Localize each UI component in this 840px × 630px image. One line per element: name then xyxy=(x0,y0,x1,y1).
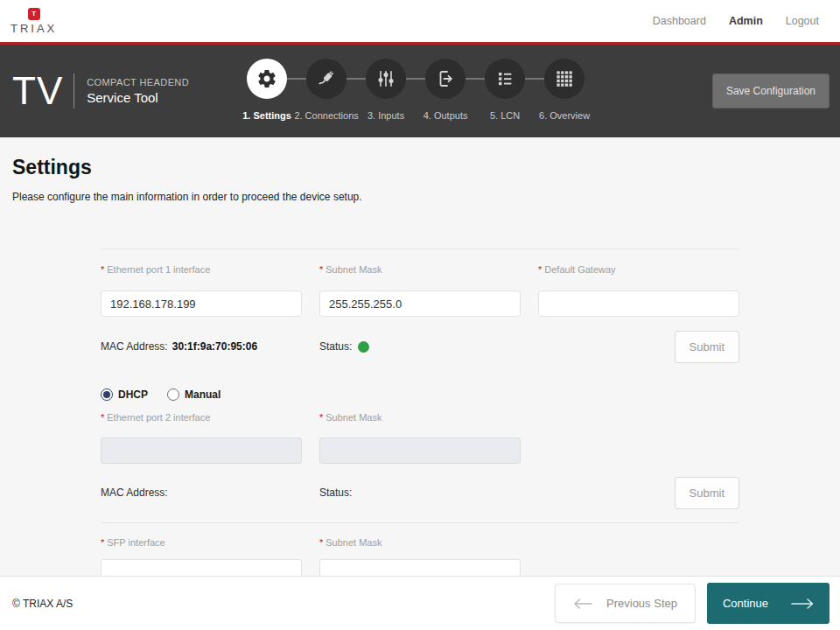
step-label-lcn: 5. LCN xyxy=(490,110,520,121)
list-icon xyxy=(494,68,515,89)
triax-logo-icon: T xyxy=(28,8,40,20)
eth2-info-row: MAC Address: Status: Submit xyxy=(101,476,739,509)
status-green-dot xyxy=(358,341,369,353)
step-inputs[interactable]: 3. Inputs xyxy=(366,59,406,121)
eth1-submit-button[interactable]: Submit xyxy=(675,331,739,363)
step-circle xyxy=(544,59,584,99)
dhcp-radio[interactable] xyxy=(101,388,113,401)
required-marker: * xyxy=(101,412,104,423)
brand-separator xyxy=(74,74,74,108)
step-settings[interactable]: 1. Settings xyxy=(247,59,287,121)
brand-line2: Service Tool xyxy=(87,90,189,105)
continue-button[interactable]: Continue xyxy=(707,583,830,624)
step-connector xyxy=(525,78,544,80)
dhcp-radio-option[interactable]: DHCP xyxy=(101,388,148,401)
top-bar: T TRIAX Dashboard Admin Logout xyxy=(0,0,840,42)
save-configuration-button[interactable]: Save Configuration xyxy=(712,74,830,108)
subnet-mask-1-label: *Subnet Mask xyxy=(319,249,521,275)
manual-radio[interactable] xyxy=(167,388,179,401)
sfp-input-row xyxy=(101,559,739,576)
eth2-label-row: *Ethernet port 2 interface *Subnet Mask xyxy=(101,401,739,423)
manual-radio-label: Manual xyxy=(185,388,220,401)
triax-logo[interactable]: T TRIAX xyxy=(10,8,57,35)
dhcp-radio-label: DHCP xyxy=(118,388,148,401)
step-connector xyxy=(466,78,485,80)
subnet-mask-3-input[interactable] xyxy=(319,559,521,576)
default-gateway-label: *Default Gateway xyxy=(538,249,739,275)
eth1-input-row xyxy=(101,290,739,317)
eth2-submit-button[interactable]: Submit xyxy=(675,477,739,509)
step-connector xyxy=(346,78,366,80)
page-subtitle: Please configure the main information in… xyxy=(12,191,840,203)
eth1-info-row: MAC Address:30:1f:9a:70:95:06 Status: Su… xyxy=(101,330,739,363)
main-content: Settings Please configure the main infor… xyxy=(0,137,840,576)
app-header: TV COMPACT HEADEND Service Tool 1. Setti… xyxy=(0,45,840,137)
sfp-label-row: *SFP interface *Subnet Mask xyxy=(101,523,739,548)
sfp-interface-input[interactable] xyxy=(101,559,302,576)
step-connections[interactable]: 2. Connections xyxy=(306,59,346,121)
step-label-overview: 6. Overview xyxy=(539,110,590,121)
settings-form: *Ethernet port 1 interface *Subnet Mask … xyxy=(101,248,739,576)
required-marker: * xyxy=(101,264,104,275)
step-connector xyxy=(406,78,425,80)
default-gateway-input[interactable] xyxy=(538,290,739,317)
status-1: Status: xyxy=(319,340,521,353)
plug-icon xyxy=(316,68,337,89)
copyright-text: © TRIAX A/S xyxy=(12,598,73,610)
page-title: Settings xyxy=(12,156,840,179)
ethernet-port-1-input[interactable] xyxy=(101,290,302,317)
wizard-steps: 1. Settings 2. Connections xyxy=(247,59,584,121)
manual-radio-option[interactable]: Manual xyxy=(167,388,220,401)
step-connector xyxy=(287,78,306,80)
brand-block: TV COMPACT HEADEND Service Tool xyxy=(12,72,189,110)
step-label-inputs: 3. Inputs xyxy=(368,110,404,121)
subnet-mask-2-label: *Subnet Mask xyxy=(319,401,521,423)
step-circle xyxy=(485,59,525,99)
triax-logo-text: TRIAX xyxy=(10,22,57,35)
step-circle xyxy=(306,59,346,99)
top-navigation: Dashboard Admin Logout xyxy=(653,15,819,27)
status-2: Status: xyxy=(319,486,521,499)
ethernet-port-2-input xyxy=(101,438,302,464)
footer-bar: © TRIAX A/S Previous Step Continue xyxy=(0,576,840,630)
step-label-settings: 1. Settings xyxy=(242,110,291,121)
previous-step-button[interactable]: Previous Step xyxy=(555,584,696,623)
sfp-interface-label: *SFP interface xyxy=(101,523,302,548)
ethernet-port-1-label: *Ethernet port 1 interface xyxy=(101,249,302,275)
required-marker: * xyxy=(319,537,323,548)
step-circle xyxy=(247,59,287,99)
step-label-connections: 2. Connections xyxy=(294,110,358,121)
step-outputs[interactable]: 4. Outputs xyxy=(425,59,466,121)
required-marker: * xyxy=(101,537,104,548)
arrow-left-icon xyxy=(573,598,592,609)
step-overview[interactable]: 6. Overview xyxy=(544,59,584,121)
gear-icon xyxy=(256,68,277,89)
step-label-outputs: 4. Outputs xyxy=(424,110,468,121)
output-icon xyxy=(435,68,456,89)
mac-address-1: MAC Address:30:1f:9a:70:95:06 xyxy=(101,340,302,353)
sliders-icon xyxy=(375,68,396,89)
subnet-mask-3-label: *Subnet Mask xyxy=(319,523,521,548)
eth2-input-row xyxy=(101,438,739,464)
brand-product: TV xyxy=(12,72,63,110)
subnet-mask-1-input[interactable] xyxy=(319,290,521,317)
required-marker: * xyxy=(319,412,323,423)
mac-address-2: MAC Address: xyxy=(101,486,302,499)
step-circle xyxy=(366,59,406,99)
required-marker: * xyxy=(319,264,323,275)
subnet-mask-2-input xyxy=(319,438,521,464)
arrow-right-icon xyxy=(791,598,814,609)
brand-line1: COMPACT HEADEND xyxy=(87,77,189,88)
nav-link-admin[interactable]: Admin xyxy=(729,15,763,27)
ethernet-port-2-label: *Ethernet port 2 interface xyxy=(101,401,302,423)
step-lcn[interactable]: 5. LCN xyxy=(485,59,525,121)
required-marker: * xyxy=(538,264,542,275)
eth2-mode-radios: DHCP Manual xyxy=(101,388,739,401)
nav-link-dashboard[interactable]: Dashboard xyxy=(653,15,706,27)
grid-icon xyxy=(554,68,575,89)
mac-address-1-value: 30:1f:9a:70:95:06 xyxy=(172,340,257,353)
nav-link-logout[interactable]: Logout xyxy=(786,15,819,27)
eth1-label-row: *Ethernet port 1 interface *Subnet Mask … xyxy=(101,249,739,275)
step-circle xyxy=(425,59,466,99)
